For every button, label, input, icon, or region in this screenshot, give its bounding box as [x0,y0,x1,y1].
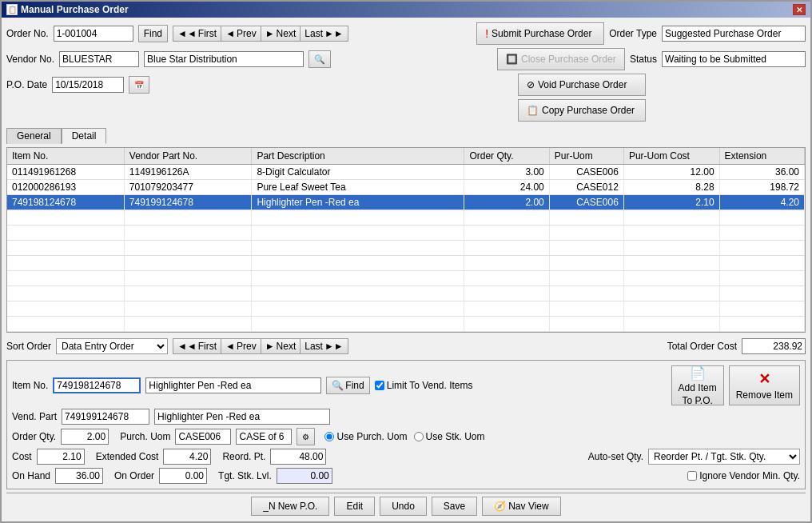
new-po-button[interactable]: _NNew P.O. [251,497,329,516]
col-part-desc: Part Description [252,148,464,165]
table-cell-pur_uom: CASE006 [549,195,623,210]
vendor-lookup-button[interactable]: 🔍 [308,50,331,68]
sort-prev-btn[interactable]: ◄ Prev [221,338,261,354]
col-item-no: Item No. [7,148,124,165]
case-lookup-button[interactable]: ⚙ [297,428,315,445]
close-purchase-order-button[interactable]: 🔲 Close Purchase Order [497,48,625,70]
next-nav-button[interactable]: ► Next [261,26,301,42]
undo-button[interactable]: Undo [380,497,427,516]
detail-vend-part-field[interactable]: 749199124678 [62,409,149,425]
sort-order-select[interactable]: Data Entry Order [56,338,168,354]
table-cell-description: Pure Leaf Sweet Tea [252,180,464,195]
tab-detail[interactable]: Detail [62,128,107,144]
last-nav-button[interactable]: Last ►► [300,26,348,42]
vendor-no-label: Vendor No. [6,54,54,65]
nav-group-order: ◄◄ First ◄ Prev ► Next Last ►► [173,26,348,42]
auto-set-qty-select[interactable]: Reorder Pt. / Tgt. Stk. Qty. [648,449,800,465]
table-row-empty [7,226,805,241]
total-order-cost-label: Total Order Cost [667,341,737,352]
submit-purchase-order-button[interactable]: ! Submit Purchase Order [476,22,604,45]
po-date-row: P.O. Date 10/15/2018 📅 ⊘ Void Purchase O… [6,74,806,96]
vendor-no-field[interactable]: BLUESTAR [59,51,139,67]
table-cell-description: Highlighter Pen -Red ea [252,195,464,210]
table-header-row: Item No. Vendor Part No. Part Descriptio… [7,148,805,165]
table-row[interactable]: 749198124678749199124678Highlighter Pen … [7,195,805,210]
cost-field[interactable]: 2.10 [37,449,85,465]
detail-item-desc-field: Highlighter Pen -Red ea [145,377,321,393]
table-row-empty [7,286,805,301]
ignore-vendor-min-label[interactable]: Ignore Vendor Min. Qty. [687,470,800,481]
close-button[interactable]: ✕ [793,4,806,15]
table-row[interactable]: 012000286193701079203477Pure Leaf Sweet … [7,180,805,195]
first-nav-button[interactable]: ◄◄ First [173,26,221,42]
edit-button[interactable]: Edit [334,497,375,516]
void-purchase-order-button[interactable]: ⊘ Void Purchase Order [518,74,646,96]
extended-cost-label: Extended Cost [96,451,159,462]
order-no-label: Order No. [6,28,49,39]
tab-general[interactable]: General [6,128,62,144]
reord-pt-field: 48.00 [270,449,326,465]
on-order-label: On Order [114,470,154,481]
void-icon: ⊘ [527,79,535,90]
title-bar: 📋 Manual Purchase Order ✕ [2,2,810,18]
limit-checkbox-label[interactable]: Limit To Vend. Items [375,380,473,391]
add-item-button[interactable]: 📄 Add Item To P.O. [671,365,724,405]
calendar-button[interactable]: 📅 [129,76,149,94]
order-no-field[interactable]: 1-001004 [54,26,133,42]
table-row-empty [7,301,805,317]
table-row-empty [7,256,805,271]
po-date-field[interactable]: 10/15/2018 [52,77,124,93]
on-order-field: 0.00 [159,468,207,484]
table-cell-pur_uom: CASE006 [549,165,623,180]
sort-last-btn[interactable]: Last ►► [300,338,348,354]
save-button[interactable]: Save [432,497,477,516]
use-stk-uom-radio[interactable] [414,432,424,441]
find-button[interactable]: Find [138,25,168,42]
detail-item-no-field[interactable]: 749198124678 [53,377,141,393]
items-table: Item No. Vendor Part No. Part Descriptio… [7,148,805,332]
copy-purchase-order-button[interactable]: 📋 Copy Purchase Order [518,99,646,122]
sort-order-label: Sort Order [6,341,51,352]
po-date-label: P.O. Date [6,79,47,90]
new-po-underline: _N [263,501,275,512]
items-table-container: Item No. Vendor Part No. Part Descriptio… [6,147,806,333]
tgt-stk-lvl-field: 0.00 [277,468,332,484]
sort-first-btn[interactable]: ◄◄ First [173,338,221,354]
detail-find-button[interactable]: 🔍 Find [326,377,369,394]
table-row[interactable]: 0114919612681149196126A8-Digit Calculato… [7,165,805,180]
detail-vend-part-row: Vend. Part 749199124678 Highlighter Pen … [12,409,800,425]
use-purch-uom-label[interactable]: Use Purch. Uom [324,431,407,442]
table-cell-pur_uom: CASE012 [549,180,623,195]
order-type-label: Order Type [609,28,657,39]
on-hand-label: On Hand [12,470,50,481]
table-cell-vendor_part: 1149196126A [124,165,252,180]
table-cell-vendor_part: 701079203477 [124,180,252,195]
purch-uom-field[interactable]: CASE006 [175,429,231,445]
detail-order-qty-field[interactable]: 2.00 [61,429,109,445]
col-pur-uom: Pur-Uom [549,148,623,165]
footer-bar: _NNew P.O. Edit Undo Save 🧭 Nav View [6,493,806,519]
total-order-cost-field: 238.92 [742,338,806,354]
cost-label: Cost [12,451,32,462]
col-pur-uom-cost: Pur-Uom Cost [623,148,719,165]
order-type-field: Suggested Purchase Order [662,26,806,42]
window-title: Manual Purchase Order [21,4,129,15]
extended-cost-field: 4.20 [163,449,211,465]
ignore-vendor-min-checkbox[interactable] [687,471,697,481]
prev-nav-button[interactable]: ◄ Prev [221,26,261,42]
col-vendor-part: Vendor Part No. [124,148,252,165]
table-cell-order_qty: 3.00 [464,165,549,180]
sort-next-btn[interactable]: ► Next [261,338,301,354]
use-purch-uom-radio[interactable] [324,432,334,441]
table-cell-description: 8-Digit Calculator [252,165,464,180]
use-stk-uom-label[interactable]: Use Stk. Uom [414,431,485,442]
detail-panel: Item No. 749198124678 Highlighter Pen -R… [6,360,806,489]
uom-radio-group: Use Purch. Uom Use Stk. Uom [324,431,484,442]
nav-view-button[interactable]: 🧭 Nav View [482,497,560,516]
nav-view-icon: 🧭 [494,501,506,512]
detail-qty-row: Order Qty. 2.00 Purch. Uom CASE006 CASE … [12,428,800,445]
limit-to-vendor-checkbox[interactable] [375,381,384,390]
order-no-row: Order No. 1-001004 Find ◄◄ First ◄ Prev … [6,22,806,45]
remove-item-button[interactable]: ✕ Remove Item [729,365,800,405]
remove-icon: ✕ [758,370,770,388]
